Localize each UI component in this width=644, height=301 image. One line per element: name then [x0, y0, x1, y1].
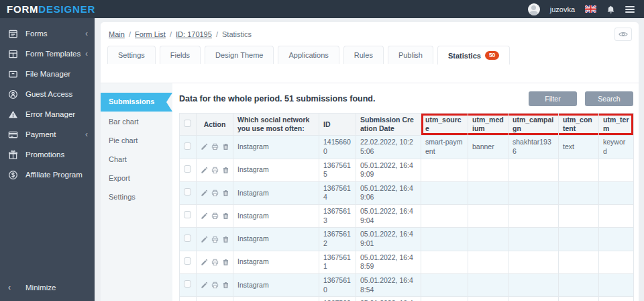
cell-utm_medium: banner — [468, 136, 508, 159]
edit-icon[interactable] — [201, 236, 208, 243]
cell-action — [197, 205, 233, 228]
subnav-item-chart[interactable]: Chart — [101, 150, 172, 169]
edit-icon[interactable] — [201, 189, 208, 197]
delete-icon[interactable] — [222, 282, 229, 289]
row-checkbox[interactable] — [184, 188, 191, 196]
cell-utm_content — [559, 205, 599, 228]
edit-icon[interactable] — [201, 282, 208, 289]
breadcrumb-link-form-list[interactable]: Form List — [135, 30, 166, 38]
sidebar-item-form-templates[interactable]: Form Templates‹ — [0, 44, 95, 64]
delete-icon[interactable] — [222, 167, 229, 174]
tab-publish[interactable]: Publish — [388, 46, 433, 64]
sidebar-item-promotions[interactable]: Promotions — [0, 144, 95, 165]
row-checkbox[interactable] — [184, 257, 191, 265]
delete-icon[interactable] — [222, 189, 229, 197]
subnav-item-settings[interactable]: Settings — [101, 188, 172, 207]
breadcrumb-link-id-170195[interactable]: ID: 170195 — [176, 30, 212, 38]
filter-button[interactable]: Filter — [529, 91, 577, 106]
search-button[interactable]: Search — [585, 91, 633, 106]
sidebar-item-forms[interactable]: Forms‹ — [0, 24, 95, 44]
cell-utm_term — [599, 228, 634, 251]
print-icon[interactable] — [211, 167, 219, 174]
cell-network: Instagram — [233, 273, 319, 296]
row-checkbox[interactable] — [184, 165, 191, 173]
print-icon[interactable] — [211, 236, 219, 243]
subnav-item-bar-chart[interactable]: Bar chart — [101, 113, 172, 132]
tab-design-theme[interactable]: Design Theme — [205, 46, 274, 64]
print-icon[interactable] — [211, 189, 219, 197]
sidebar-item-label: Forms — [25, 30, 85, 38]
column-header-date: Submission Creation Date — [356, 114, 421, 136]
cell-date: 05.01.2022, 16:48:52 — [356, 297, 421, 301]
sidebar-item-affiliate-program[interactable]: Affiliate Program — [0, 165, 95, 185]
breadcrumb-link-main[interactable]: Main — [109, 30, 125, 38]
cell-date: 05.01.2022, 16:49:06 — [356, 181, 421, 204]
delete-icon[interactable] — [222, 212, 229, 220]
row-checkbox[interactable] — [184, 142, 191, 150]
cell-utm_source — [421, 273, 468, 296]
submissions-table: ActionWhich social network you use most … — [179, 113, 634, 301]
row-checkbox[interactable] — [184, 234, 191, 242]
subnav-item-submissions[interactable]: Submissions — [101, 93, 172, 112]
print-icon[interactable] — [211, 212, 219, 220]
delete-icon[interactable] — [222, 259, 229, 266]
tab-fields[interactable]: Fields — [160, 46, 201, 64]
cell-network: Instagram — [233, 205, 319, 228]
delete-icon[interactable] — [222, 236, 229, 243]
column-header-check — [180, 114, 197, 136]
avatar[interactable] — [528, 3, 540, 15]
print-icon[interactable] — [211, 259, 219, 266]
sidebar-item-file-manager[interactable]: File Manager — [0, 64, 95, 84]
select-all-checkbox[interactable] — [184, 120, 191, 127]
bell-icon[interactable] — [606, 5, 615, 14]
file-manager-icon — [8, 69, 18, 79]
breadcrumb-separator: / — [214, 30, 220, 38]
cell-check — [180, 297, 197, 301]
row-checkbox[interactable] — [184, 211, 191, 218]
row-actions — [201, 143, 229, 150]
chevron-left-icon: ‹ — [8, 283, 11, 292]
table-row: Instagram1415660022.02.2022, 10:25:06sma… — [180, 136, 634, 159]
cell-utm_campaign — [508, 159, 559, 181]
app-logo: FORMDESIGNER — [7, 3, 95, 15]
row-actions — [201, 212, 229, 220]
breadcrumb-separator: / — [127, 30, 133, 38]
sidebar-item-payment[interactable]: Payment‹ — [0, 124, 95, 144]
cell-utm_source — [421, 205, 468, 228]
tab-label: Applications — [288, 51, 328, 59]
username[interactable]: juzovka — [550, 5, 575, 13]
cell-utm_campaign — [508, 273, 559, 296]
preview-button[interactable] — [614, 28, 632, 41]
cell-utm_campaign: shakhtar1936 — [508, 136, 559, 159]
uk-flag-icon[interactable] — [585, 5, 596, 13]
tab-statistics[interactable]: Statistics50 — [437, 46, 510, 64]
cell-network: Instagram — [233, 297, 319, 301]
sidebar-item-error-manager[interactable]: Error Manager — [0, 104, 95, 124]
print-icon[interactable] — [211, 143, 219, 150]
tab-rules[interactable]: Rules — [343, 46, 384, 64]
sidebar-item-label: Guest Access — [25, 90, 88, 98]
menu-icon[interactable] — [625, 5, 635, 14]
cell-check — [180, 136, 197, 159]
cell-utm_term — [599, 181, 634, 204]
row-actions — [201, 189, 229, 197]
minimize-button[interactable]: ‹ Minimize — [0, 280, 95, 296]
subnav-item-pie-chart[interactable]: Pie chart — [101, 132, 172, 150]
print-icon[interactable] — [211, 282, 219, 289]
edit-icon[interactable] — [201, 143, 208, 150]
tab-settings[interactable]: Settings — [107, 46, 156, 64]
edit-icon[interactable] — [201, 259, 208, 266]
breadcrumb: Main / Form List / ID: 170195 / Statisti… — [109, 30, 252, 38]
column-header-label: utm_content — [563, 116, 592, 132]
delete-icon[interactable] — [222, 143, 229, 150]
cell-action — [197, 228, 233, 251]
edit-icon[interactable] — [201, 212, 208, 220]
sidebar-item-guest-access[interactable]: Guest Access — [0, 84, 95, 104]
row-checkbox[interactable] — [184, 280, 191, 288]
tab-applications[interactable]: Applications — [278, 46, 339, 64]
subnav-item-export[interactable]: Export — [101, 169, 172, 188]
tab-label: Statistics — [448, 52, 481, 60]
edit-icon[interactable] — [201, 167, 208, 174]
column-header-label: utm_source — [425, 116, 462, 132]
column-header-id: ID — [319, 114, 356, 136]
